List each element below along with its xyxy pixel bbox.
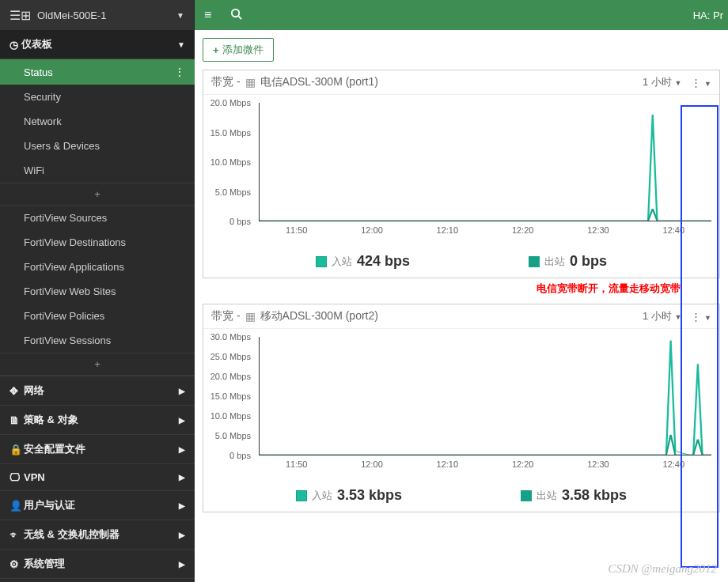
sidebar-cat-vpn[interactable]: 🖵VPN▶ [0, 463, 195, 490]
x-axis: 11:50 12:00 12:10 12:20 12:30 12:40 [259, 221, 711, 239]
sidebar-item-fv-sources[interactable]: FortiView Sources [0, 206, 195, 230]
search-icon [230, 8, 242, 20]
sidebar-item-fv-policies[interactable]: FortiView Policies [0, 304, 195, 328]
watermark: CSDN @meigang2012 [608, 562, 717, 576]
sidebar-item-security[interactable]: Security [0, 85, 195, 109]
sidebar-cat-system[interactable]: ⚙系统管理▶ [0, 549, 195, 578]
chevron-right-icon: ▶ [179, 445, 185, 454]
out-value: 3.58 kbps [562, 487, 627, 504]
sidebar-cat-wireless[interactable]: ᯤ无线 & 交换机控制器▶ [0, 520, 195, 549]
legend-swatch-out [521, 490, 532, 501]
sidebar: ◷ 仪表板 ▼ Status ⋮ Security Network Users … [0, 30, 195, 582]
gear-icon: ⚙ [9, 558, 24, 570]
add-fortiview-button[interactable]: + [0, 353, 195, 376]
sidebar-item-wifi[interactable]: WiFi [0, 158, 195, 183]
chart-legend: 入站 424 bps 出站 0 bps [203, 245, 719, 278]
more-icon[interactable]: ⋮ [174, 66, 185, 78]
x-axis: 11:50 12:00 12:10 12:20 12:30 12:40 [259, 455, 711, 473]
time-range-selector[interactable]: 1 小时 ▼ [643, 309, 681, 323]
widget-title: 移动ADSL-300M (port2) [260, 309, 378, 323]
chart-line [260, 337, 711, 455]
chart-legend: 入站 3.53 kbps 出站 3.58 kbps [203, 479, 719, 512]
chart-line [260, 103, 711, 221]
wifi-icon: ᯤ [9, 529, 24, 541]
legend-swatch-in [296, 490, 307, 501]
vpn-icon: 🖵 [9, 471, 24, 483]
widget-menu-button[interactable]: ⋮ ▼ [691, 311, 711, 323]
top-bar: ☰⊞ OldMei-500E-1 ▼ ≡ HA: Pr [0, 0, 728, 30]
widget-header: 带宽 - ▦ 电信ADSL-300M (port1) 1 小时 ▼ ⋮ ▼ [203, 70, 719, 95]
sidebar-section-dashboard[interactable]: ◷ 仪表板 ▼ [0, 30, 195, 59]
legend-in: 入站 3.53 kbps [296, 487, 402, 504]
add-widget-button[interactable]: + 添加微件 [203, 38, 274, 62]
chevron-right-icon: ▶ [179, 473, 185, 482]
chevron-right-icon: ▶ [179, 416, 185, 425]
chart-port2: 30.0 Mbps 25.0 Mbps 20.0 Mbps 15.0 Mbps … [203, 329, 719, 479]
chevron-right-icon: ▶ [179, 531, 185, 539]
widget-title: 电信ADSL-300M (port1) [260, 75, 378, 89]
sidebar-cat-fabric[interactable]: ✱Security Fabric▶ [0, 578, 195, 582]
content-area: + 添加微件 带宽 - ▦ 电信ADSL-300M (port1) 1 小时 ▼… [195, 30, 728, 582]
legend-out: 出站 0 bps [529, 253, 607, 270]
policy-icon: 🗎 [9, 414, 24, 426]
widget-menu-button[interactable]: ⋮ ▼ [691, 77, 711, 89]
sidebar-item-fv-websites[interactable]: FortiView Web Sites [0, 279, 195, 304]
chart-port1: 20.0 Mbps 15.0 Mbps 10.0 Mbps 5.0 Mbps 0… [203, 95, 719, 245]
sidebar-cat-network[interactable]: ✥网络▶ [0, 376, 195, 405]
menu-toggle-button[interactable]: ≡ [195, 8, 221, 22]
chevron-down-icon: ▼ [675, 313, 682, 321]
y-axis: 20.0 Mbps 15.0 Mbps 10.0 Mbps 5.0 Mbps 0… [203, 103, 255, 221]
dashboard-icon: ◷ [9, 39, 18, 51]
chevron-right-icon: ▶ [179, 560, 185, 569]
legend-swatch-in [316, 256, 327, 267]
widget-header: 带宽 - ▦ 移动ADSL-300M (port2) 1 小时 ▼ ⋮ ▼ [203, 304, 719, 329]
ha-status: HA: Pr [693, 9, 728, 21]
interface-icon: ▦ [245, 76, 256, 89]
chevron-down-icon: ▼ [177, 40, 185, 49]
add-dashboard-button[interactable]: + [0, 183, 195, 206]
bandwidth-widget-port2: 带宽 - ▦ 移动ADSL-300M (port2) 1 小时 ▼ ⋮ ▼ 30… [203, 304, 720, 512]
sidebar-item-status[interactable]: Status ⋮ [0, 59, 195, 85]
sidebar-item-users-devices[interactable]: Users & Devices [0, 134, 195, 158]
legend-in: 入站 424 bps [316, 253, 410, 270]
sidebar-cat-policy[interactable]: 🗎策略 & 对象▶ [0, 405, 195, 434]
bandwidth-widget-port1: 带宽 - ▦ 电信ADSL-300M (port1) 1 小时 ▼ ⋮ ▼ 20… [203, 70, 720, 278]
sidebar-cat-users[interactable]: 👤用户与认证▶ [0, 490, 195, 520]
dashboard-label: 仪表板 [21, 37, 52, 51]
interface-icon: ▦ [245, 310, 256, 323]
chevron-right-icon: ▶ [179, 387, 185, 395]
plot-area [259, 103, 711, 221]
annotation-text: 电信宽带断开，流量走移动宽带 [203, 282, 720, 296]
device-selector[interactable]: ☰⊞ OldMei-500E-1 ▼ [0, 0, 195, 30]
sidebar-item-fv-applications[interactable]: FortiView Applications [0, 255, 195, 279]
device-icon: ☰⊞ [9, 8, 31, 23]
device-name: OldMei-500E-1 [37, 9, 176, 21]
plot-area [259, 337, 711, 455]
svg-line-1 [239, 16, 242, 19]
chevron-right-icon: ▶ [179, 501, 185, 510]
chevron-down-icon: ▼ [675, 79, 682, 87]
chevron-down-icon: ▼ [176, 11, 184, 20]
lock-icon: 🔒 [9, 444, 24, 455]
time-range-selector[interactable]: 1 小时 ▼ [643, 75, 681, 89]
svg-point-0 [232, 9, 239, 16]
legend-swatch-out [529, 256, 540, 267]
legend-out: 出站 3.58 kbps [521, 487, 627, 504]
out-value: 0 bps [570, 253, 607, 270]
search-button[interactable] [221, 8, 252, 23]
in-value: 424 bps [357, 253, 410, 270]
sidebar-item-fv-sessions[interactable]: FortiView Sessions [0, 328, 195, 353]
sidebar-item-network[interactable]: Network [0, 109, 195, 134]
y-axis: 30.0 Mbps 25.0 Mbps 20.0 Mbps 15.0 Mbps … [203, 337, 255, 455]
user-icon: 👤 [9, 500, 24, 512]
sidebar-item-fv-destinations[interactable]: FortiView Destinations [0, 230, 195, 255]
network-icon: ✥ [9, 385, 24, 397]
plus-icon: + [213, 44, 219, 56]
in-value: 3.53 kbps [337, 487, 402, 504]
sidebar-cat-security-profile[interactable]: 🔒安全配置文件▶ [0, 434, 195, 463]
